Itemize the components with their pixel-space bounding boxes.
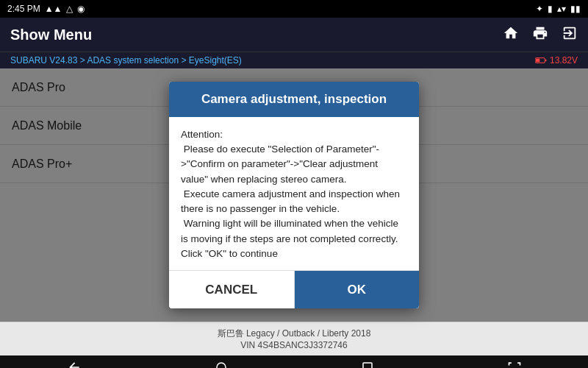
- battery-status-icon: ▮: [548, 4, 553, 14]
- exit-icon[interactable]: [562, 25, 578, 45]
- recents-button[interactable]: [361, 361, 374, 369]
- extra-icon: ◉: [77, 4, 85, 14]
- svg-rect-4: [363, 363, 372, 369]
- signal-icon: ▲▲: [45, 4, 62, 14]
- breadcrumb: SUBARU V24.83 > ADAS system selection > …: [10, 55, 242, 66]
- battery-voltage: 13.82V: [550, 55, 578, 66]
- svg-rect-1: [545, 60, 546, 62]
- header-icons: [503, 25, 578, 45]
- dialog-footer: CANCEL OK: [169, 270, 419, 308]
- status-bar-right: ✦ ▮ ▴▾ ▮▮: [536, 4, 581, 14]
- bluetooth-icon: ✦: [536, 4, 543, 14]
- top-header: Show Menu: [0, 18, 588, 52]
- screenshot-button[interactable]: [507, 360, 522, 369]
- breadcrumb-bar: SUBARU V24.83 > ADAS system selection > …: [0, 52, 588, 68]
- network-icon: ▴▾: [557, 4, 566, 14]
- time-display: 2:45 PM: [7, 4, 40, 14]
- vin-info: VIN 4S4BSANC3J3372746: [240, 340, 347, 350]
- ok-button[interactable]: OK: [295, 271, 420, 308]
- status-bar-left: 2:45 PM ▲▲ △ ◉: [7, 4, 85, 14]
- dialog-body: Attention: Please do execute "Selection …: [169, 117, 419, 270]
- vehicle-info: 斯巴鲁 Legacy / Outback / Liberty 2018: [218, 328, 371, 340]
- back-button[interactable]: [67, 360, 82, 369]
- print-icon[interactable]: [532, 25, 548, 45]
- battery-icon: ▮▮: [570, 4, 581, 14]
- battery-info: 13.82V: [535, 55, 578, 66]
- dialog-title: Camera adjustment, inspection: [169, 82, 419, 117]
- wifi-icon: △: [66, 4, 73, 14]
- svg-point-3: [217, 363, 226, 369]
- home-icon[interactable]: [503, 25, 519, 45]
- status-bar: 2:45 PM ▲▲ △ ◉ ✦ ▮ ▴▾ ▮▮: [0, 0, 588, 18]
- app-title: Show Menu: [10, 26, 92, 43]
- dialog-body-text: Attention: Please do execute "Selection …: [181, 129, 400, 259]
- main-content: ADAS Pro ADAS Mobile ADAS Pro+ Camera ad…: [0, 68, 588, 322]
- dialog: Camera adjustment, inspection Attention:…: [169, 82, 419, 308]
- android-nav-bar: [0, 355, 588, 368]
- svg-rect-2: [536, 59, 539, 63]
- home-button[interactable]: [215, 361, 228, 369]
- dialog-overlay: Camera adjustment, inspection Attention:…: [0, 68, 588, 322]
- cancel-button[interactable]: CANCEL: [169, 271, 295, 308]
- bottom-info-bar: 斯巴鲁 Legacy / Outback / Liberty 2018 VIN …: [0, 322, 588, 355]
